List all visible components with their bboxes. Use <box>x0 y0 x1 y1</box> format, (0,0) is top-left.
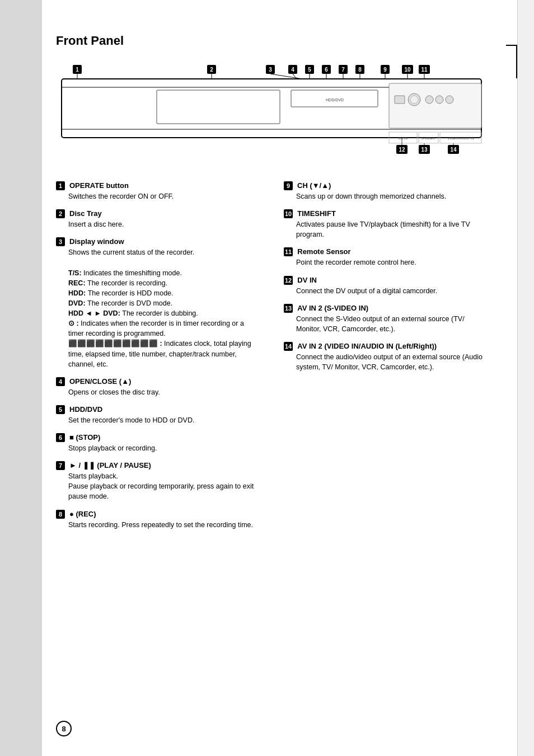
descriptions-container: 1OPERATE buttonSwitches the recorder ON … <box>56 181 489 538</box>
item-number-12: 12 <box>284 276 293 285</box>
item-body-6: Stops playback or recording. <box>68 443 261 453</box>
svg-text:VIDEO/AUDIO IN: VIDEO/AUDIO IN <box>447 137 474 140</box>
sub-label: HDD ◄ ► DVD: <box>68 309 122 317</box>
sub-label: ⬛⬛⬛⬛⬛⬛⬛⬛⬛⬛ : <box>68 340 164 348</box>
left-margin <box>0 0 42 756</box>
svg-text:DV IN: DV IN <box>399 137 407 140</box>
item-header-14: 14AV IN 2 (VIDEO IN/AUDIO IN (Left/Right… <box>284 342 489 351</box>
page-title: Front Panel <box>56 34 489 48</box>
item-12: 12DV INConnect the DV output of a digita… <box>284 276 489 296</box>
body-text: Connect the audio/video output of an ext… <box>296 352 489 372</box>
item-header-12: 12DV IN <box>284 276 489 285</box>
item-7: 7► / ❚❚ (PLAY / PAUSE)Starts playback.Pa… <box>56 461 261 501</box>
svg-rect-28 <box>389 83 481 128</box>
item-label-6: ■ (STOP) <box>69 433 100 442</box>
item-label-11: Remote Sensor <box>297 247 350 256</box>
corner-mark <box>506 45 517 78</box>
item-number-1: 1 <box>56 181 65 190</box>
item-body-3: Shows the current status of the recorder… <box>68 247 261 369</box>
svg-text:HDD/DVD: HDD/DVD <box>326 98 344 102</box>
item-header-7: 7► / ❚❚ (PLAY / PAUSE) <box>56 461 261 470</box>
svg-text:6: 6 <box>325 67 328 73</box>
body-text: Scans up or down through memorized chann… <box>296 191 489 201</box>
item-body-7: Starts playback.Pause playback or record… <box>68 471 261 501</box>
item-8: 8● (REC)Starts recording. Press repeated… <box>56 510 261 530</box>
device-diagram: 1 2 3 4 5 6 7 8 9 10 <box>56 62 489 165</box>
page-number: 8 <box>56 721 72 736</box>
svg-line-49 <box>270 74 302 79</box>
svg-text:1: 1 <box>76 67 79 73</box>
svg-line-50 <box>293 74 297 79</box>
item-number-6: 6 <box>56 433 65 442</box>
body-text: Activates pause live TV/playback (timesh… <box>296 219 489 240</box>
item-label-1: OPERATE button <box>69 181 129 190</box>
item-number-11: 11 <box>284 247 293 256</box>
item-body-12: Connect the DV output of a digital camco… <box>296 286 489 296</box>
item-label-10: TIMESHIFT <box>297 209 336 218</box>
right-column: 9CH (▼/▲)Scans up or down through memori… <box>284 181 489 538</box>
body-text: Insert a disc here. <box>68 219 261 229</box>
item-9: 9CH (▼/▲)Scans up or down through memori… <box>284 181 489 201</box>
sub-label: T/S: <box>68 269 83 277</box>
body-text: Connect the S-Video output of an externa… <box>296 314 489 334</box>
svg-point-31 <box>410 96 418 104</box>
item-13: 13AV IN 2 (S-VIDEO IN)Connect the S-Vide… <box>284 304 489 334</box>
item-label-3: Display window <box>69 237 124 246</box>
item-body-4: Opens or closes the disc tray. <box>68 387 261 397</box>
item-header-3: 3Display window <box>56 237 261 246</box>
item-3: 3Display windowShows the current status … <box>56 237 261 369</box>
item-label-7: ► / ❚❚ (PLAY / PAUSE) <box>69 461 151 469</box>
svg-text:5: 5 <box>308 67 311 73</box>
body-text: Opens or closes the disc tray. <box>68 387 261 397</box>
svg-text:10: 10 <box>404 67 411 73</box>
svg-text:7: 7 <box>341 67 345 73</box>
item-number-4: 4 <box>56 377 65 386</box>
body-text: Stops playback or recording. <box>68 443 261 453</box>
item-label-5: HDD/DVD <box>69 405 102 414</box>
item-2: 2Disc TrayInsert a disc here. <box>56 209 261 229</box>
svg-text:S-VIDEO: S-VIDEO <box>421 137 435 140</box>
item-label-12: DV IN <box>297 276 317 284</box>
item-body-9: Scans up or down through memorized chann… <box>296 191 489 201</box>
right-margin <box>517 0 534 756</box>
sub-label: HDD: <box>68 289 88 297</box>
item-header-10: 10TIMESHIFT <box>284 209 489 218</box>
item-10: 10TIMESHIFTActivates pause live TV/playb… <box>284 209 489 240</box>
item-body-10: Activates pause live TV/playback (timesh… <box>296 219 489 240</box>
item-body-14: Connect the audio/video output of an ext… <box>296 352 489 372</box>
item-label-2: Disc Tray <box>69 209 102 218</box>
svg-text:3: 3 <box>269 67 272 73</box>
item-label-13: AV IN 2 (S-VIDEO IN) <box>297 304 368 312</box>
body-text: Pause playback or recording temporarily,… <box>68 481 261 501</box>
item-body-13: Connect the S-Video output of an externa… <box>296 314 489 334</box>
svg-point-34 <box>446 96 453 104</box>
item-6: 6■ (STOP)Stops playback or recording. <box>56 433 261 453</box>
svg-text:11: 11 <box>421 67 428 73</box>
body-text: Starts recording. Press repeatedly to se… <box>68 520 261 530</box>
svg-point-33 <box>435 96 443 104</box>
item-number-5: 5 <box>56 405 65 414</box>
svg-text:8: 8 <box>358 67 362 73</box>
item-number-14: 14 <box>284 342 293 351</box>
item-body-11: Point the recorder remote control here. <box>296 257 489 267</box>
item-number-13: 13 <box>284 304 293 313</box>
item-header-9: 9CH (▼/▲) <box>284 181 489 190</box>
item-4: 4OPEN/CLOSE (▲)Opens or closes the disc … <box>56 377 261 397</box>
item-number-10: 10 <box>284 209 293 218</box>
left-column: 1OPERATE buttonSwitches the recorder ON … <box>56 181 261 538</box>
item-number-2: 2 <box>56 209 65 218</box>
svg-text:9: 9 <box>383 67 387 73</box>
item-header-13: 13AV IN 2 (S-VIDEO IN) <box>284 304 489 313</box>
front-panel-svg: 1 2 3 4 5 6 7 8 9 10 <box>56 62 493 163</box>
item-label-4: OPEN/CLOSE (▲) <box>69 377 131 386</box>
item-body-8: Starts recording. Press repeatedly to se… <box>68 520 261 530</box>
svg-rect-29 <box>395 96 405 104</box>
item-label-9: CH (▼/▲) <box>297 181 331 190</box>
sub-label: ⊙ : <box>68 320 81 327</box>
body-text: Shows the current status of the recorder… <box>68 247 261 257</box>
item-header-11: 11Remote Sensor <box>284 247 489 256</box>
item-number-7: 7 <box>56 461 65 470</box>
item-number-8: 8 <box>56 510 65 519</box>
body-text: Connect the DV output of a digital camco… <box>296 286 489 296</box>
item-number-9: 9 <box>284 181 293 190</box>
